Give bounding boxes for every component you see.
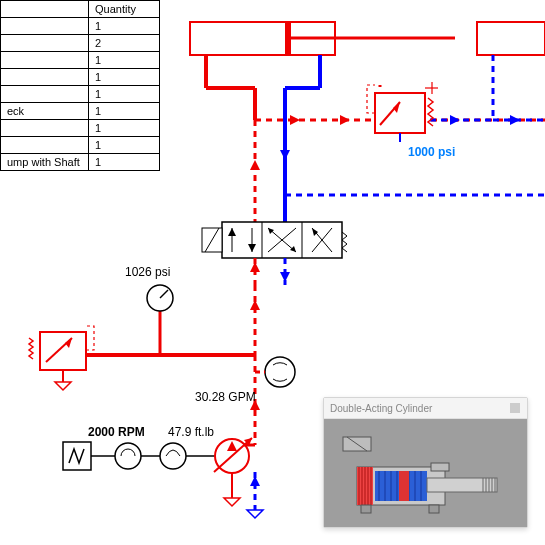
svg-rect-76 [510, 403, 520, 413]
svg-marker-44 [250, 300, 260, 310]
pressure-readout-1: 1026 psi [125, 265, 170, 279]
svg-rect-17 [375, 93, 425, 133]
svg-marker-41 [280, 272, 290, 282]
svg-marker-73 [510, 115, 520, 125]
svg-marker-74 [250, 160, 260, 170]
pressure-readout-2: 1000 psi [408, 145, 455, 159]
svg-point-57 [115, 443, 141, 469]
relief-valve-right [367, 82, 438, 142]
cylinder-left [190, 22, 455, 55]
component-popup[interactable]: Double-Acting Cylinder [323, 397, 528, 528]
svg-point-59 [160, 443, 186, 469]
directional-valve [202, 222, 347, 260]
close-icon[interactable] [509, 402, 521, 414]
svg-marker-75 [280, 150, 290, 160]
svg-rect-50 [40, 332, 86, 370]
svg-rect-102 [361, 505, 371, 513]
cylinder-right [477, 22, 545, 55]
svg-rect-95 [399, 471, 409, 501]
svg-rect-104 [431, 463, 449, 471]
svg-rect-3 [477, 22, 545, 55]
coupling-2 [160, 443, 186, 469]
flow-meter [255, 357, 295, 387]
popup-preview [324, 419, 527, 527]
svg-marker-68 [250, 476, 260, 486]
svg-rect-103 [429, 505, 439, 513]
electric-motor [63, 442, 91, 470]
svg-marker-71 [340, 115, 350, 125]
svg-line-65 [232, 420, 255, 439]
torque-readout: 47.9 ft.lb [168, 425, 214, 439]
relief-valve-left [29, 326, 94, 390]
svg-marker-72 [450, 115, 460, 125]
svg-marker-39 [250, 262, 260, 272]
pressure-gauge [147, 285, 173, 311]
rpm-readout: 2000 RPM [88, 425, 145, 439]
coupling-1 [115, 443, 141, 469]
flow-readout: 30.28 GPM [195, 390, 256, 404]
popup-title: Double-Acting Cylinder [330, 403, 432, 414]
svg-marker-70 [290, 115, 300, 125]
svg-point-53 [265, 357, 295, 387]
